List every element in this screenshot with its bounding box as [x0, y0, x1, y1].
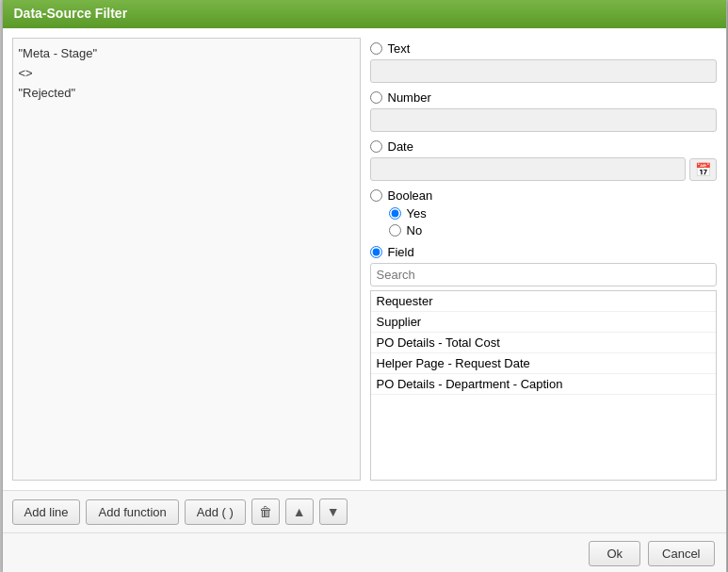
- no-radio-row: No: [389, 223, 717, 237]
- no-label[interactable]: No: [407, 223, 423, 237]
- dialog-title: Data-Source Filter: [3, 0, 726, 28]
- list-item[interactable]: Supplier: [371, 312, 716, 333]
- field-list[interactable]: Requester Supplier PO Details - Total Co…: [370, 290, 717, 481]
- expr-line-3: "Rejected": [19, 84, 354, 104]
- yes-radio-row: Yes: [389, 206, 717, 221]
- text-radio-row: Text: [370, 41, 717, 56]
- data-source-filter-dialog: Data-Source Filter "Meta - Stage" <> "Re…: [2, 0, 727, 572]
- list-item[interactable]: PO Details - Department - Caption: [371, 374, 716, 395]
- boolean-radio[interactable]: [370, 189, 382, 202]
- boolean-sub-options: Yes No: [370, 206, 717, 237]
- expr-line-1: "Meta - Stage": [19, 44, 354, 64]
- type-selector-panel: Text Number Date 📅: [370, 38, 717, 481]
- add-line-button[interactable]: Add line: [12, 499, 81, 525]
- calendar-button[interactable]: 📅: [689, 158, 717, 181]
- add-function-button[interactable]: Add function: [86, 499, 178, 525]
- dialog-body: "Meta - Stage" <> "Rejected" Text Number: [3, 28, 726, 490]
- text-input[interactable]: [370, 59, 717, 83]
- yes-label[interactable]: Yes: [407, 206, 427, 221]
- list-item[interactable]: PO Details - Total Cost: [371, 333, 716, 353]
- list-item[interactable]: Requester: [371, 291, 716, 312]
- boolean-group: Boolean Yes No: [370, 188, 717, 237]
- field-label[interactable]: Field: [388, 245, 414, 259]
- field-radio-row: Field: [370, 245, 717, 259]
- number-group: Number: [370, 90, 717, 132]
- boolean-label[interactable]: Boolean: [388, 188, 433, 203]
- field-group: Field Requester Supplier PO Details - To…: [370, 245, 717, 481]
- number-radio-row: Number: [370, 90, 717, 105]
- add-parens-button[interactable]: Add ( ): [185, 499, 246, 525]
- date-radio-row: Date: [370, 139, 717, 154]
- date-radio[interactable]: [370, 140, 382, 153]
- no-radio[interactable]: [389, 224, 401, 237]
- field-list-items: Requester Supplier PO Details - Total Co…: [371, 291, 716, 395]
- text-label[interactable]: Text: [388, 41, 411, 56]
- list-item[interactable]: Helper Page - Request Date: [371, 353, 716, 374]
- date-input-row: 📅: [370, 157, 717, 181]
- expr-line-2: <>: [19, 64, 354, 84]
- expression-panel: "Meta - Stage" <> "Rejected": [12, 38, 361, 481]
- delete-button[interactable]: 🗑: [251, 498, 280, 525]
- yes-radio[interactable]: [389, 207, 401, 220]
- ok-button[interactable]: Ok: [589, 541, 640, 566]
- dialog-footer: Ok Cancel: [3, 532, 726, 572]
- date-label[interactable]: Date: [388, 139, 413, 154]
- field-radio[interactable]: [370, 246, 382, 258]
- text-radio[interactable]: [370, 42, 382, 55]
- date-input[interactable]: [370, 157, 686, 181]
- number-input[interactable]: [370, 108, 717, 132]
- number-label[interactable]: Number: [388, 90, 431, 105]
- boolean-radio-row: Boolean: [370, 188, 717, 203]
- field-search-input[interactable]: [370, 263, 717, 286]
- bottom-toolbar: Add line Add function Add ( ) 🗑 ▲ ▼: [3, 490, 726, 532]
- move-down-button[interactable]: ▼: [319, 498, 348, 525]
- text-group: Text: [370, 41, 717, 83]
- date-group: Date 📅: [370, 139, 717, 181]
- cancel-button[interactable]: Cancel: [648, 541, 714, 566]
- number-radio[interactable]: [370, 91, 382, 104]
- move-up-button[interactable]: ▲: [285, 498, 314, 525]
